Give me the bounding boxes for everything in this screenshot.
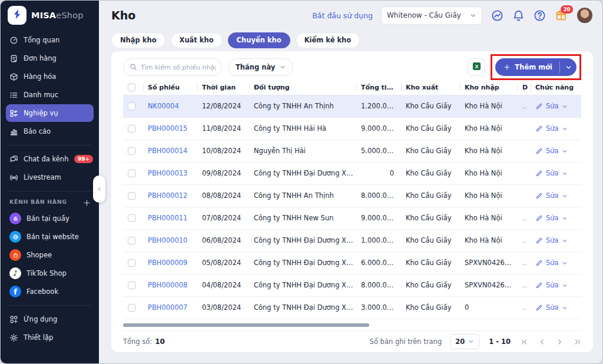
add-new-dropdown-button[interactable]	[560, 58, 577, 76]
row-more-actions-button[interactable]	[562, 305, 568, 310]
tab[interactable]: Kiểm kê kho	[296, 32, 360, 48]
row-more-actions-button[interactable]	[562, 170, 568, 176]
table-row[interactable]: PBH000011 07/08/2024 Công ty TNHH New Su…	[123, 207, 581, 230]
voucher-id-link[interactable]: PBH000009	[143, 259, 197, 267]
edit-link[interactable]: Sửa	[546, 236, 559, 244]
row-checkbox[interactable]	[128, 214, 135, 222]
row-checkbox[interactable]	[128, 237, 135, 244]
sidebar-item[interactable]: Danh mục	[1, 86, 99, 104]
select-all-checkbox[interactable]	[128, 84, 135, 91]
sidebar-channel-item[interactable]: Bán tại website	[1, 228, 99, 246]
sidebar-item[interactable]: Ứng dụng	[1, 310, 99, 328]
prev-page-button[interactable]	[538, 337, 546, 346]
edit-link[interactable]: Sửa	[546, 281, 559, 289]
table-row[interactable]: PBH000007 03/08/2024 Công ty TNHH Đại Dư…	[123, 297, 581, 319]
sidebar-channel-item[interactable]: Bán tại quầy	[1, 210, 99, 227]
edit-link[interactable]: Sửa	[546, 303, 559, 312]
row-checkbox[interactable]	[128, 102, 135, 110]
row-more-actions-button[interactable]	[562, 237, 568, 243]
promotions-button[interactable]: 20	[554, 8, 568, 22]
sidebar-item[interactable]: Chat đa kênh 99+	[1, 150, 99, 168]
row-more-actions-button[interactable]	[562, 215, 568, 221]
voucher-id-link[interactable]: PBH000011	[143, 214, 197, 222]
brand-logo[interactable]: MISAeShop	[1, 6, 99, 31]
col-description[interactable]: D	[518, 84, 531, 91]
horizontal-scrollbar[interactable]	[123, 323, 369, 327]
help-icon[interactable]	[533, 9, 546, 22]
edit-link[interactable]: Sửa	[546, 124, 559, 133]
voucher-id-link[interactable]: PBH000015	[143, 124, 197, 133]
last-page-button[interactable]	[573, 337, 581, 346]
row-checkbox[interactable]	[128, 170, 135, 177]
table-row[interactable]: PBH000012 08/08/2024 Công ty TNHH An Thị…	[123, 185, 581, 207]
col-warehouse-from[interactable]: Kho xuất	[401, 84, 460, 91]
sidebar-item[interactable]: Livestream	[1, 168, 99, 186]
voucher-id-link[interactable]: NK00004	[143, 102, 197, 110]
table-row[interactable]: PBH000008 04/08/2024 Công ty TNHH Đại Dư…	[123, 274, 581, 297]
sidebar-item[interactable]: Đơn hàng	[1, 49, 99, 67]
messenger-icon[interactable]	[491, 9, 503, 22]
sidebar-channel-item[interactable]: Shopee	[1, 246, 99, 264]
row-more-actions-button[interactable]	[562, 125, 568, 131]
edit-link[interactable]: Sửa	[546, 169, 559, 177]
row-checkbox[interactable]	[128, 259, 135, 267]
row-checkbox[interactable]	[128, 282, 135, 289]
sidebar-channel-item[interactable]: ♪ TikTok Shop	[1, 264, 99, 282]
table-row[interactable]: PBH000013 09/08/2024 Công ty TNHH Đại Dư…	[123, 163, 581, 185]
col-total[interactable]: Tổng tiền	[356, 84, 401, 91]
next-page-button[interactable]	[555, 337, 564, 346]
table-row[interactable]: NK00004 12/08/2024 Công ty TNHH An Thịnh…	[123, 95, 581, 118]
voucher-id-link[interactable]: PBH000013	[143, 169, 197, 177]
sidebar-item[interactable]: Tổng quan	[1, 31, 99, 49]
row-more-actions-button[interactable]	[562, 193, 568, 198]
edit-link[interactable]: Sửa	[546, 214, 559, 222]
export-excel-button[interactable]: X	[468, 58, 485, 76]
bell-icon[interactable]	[512, 9, 525, 22]
table-row[interactable]: PBH000015 11/08/2024 Công ty TNHH Hải Hà…	[123, 118, 581, 140]
period-filter[interactable]: Tháng này	[228, 58, 293, 76]
col-warehouse-to[interactable]: Kho nhập	[460, 84, 518, 91]
row-checkbox[interactable]	[128, 304, 135, 312]
edit-link[interactable]: Sửa	[546, 102, 559, 110]
sidebar-collapse-handle[interactable]	[93, 176, 105, 203]
col-date[interactable]: Thời gian	[197, 84, 249, 91]
per-page-select[interactable]: 20	[450, 334, 479, 349]
add-channel-button[interactable]	[83, 198, 91, 206]
search-input[interactable]	[141, 64, 216, 71]
voucher-id-link[interactable]: PBH000010	[143, 236, 197, 244]
row-more-actions-button[interactable]	[562, 103, 568, 109]
table-row[interactable]: PBH000010 06/08/2024 Công ty TNHH Đại Dư…	[123, 230, 581, 252]
col-partner[interactable]: Đối tượng	[249, 84, 356, 91]
sidebar-item[interactable]: Hàng hóa	[1, 68, 99, 85]
start-using-link[interactable]: Bắt đầu sử dụng	[312, 11, 373, 20]
row-partner: Công ty TNHH Đại Dương Xanh	[249, 236, 356, 244]
table-row[interactable]: PBH000014 10/08/2024 Nguyễn Thị Hải 5.00…	[123, 140, 581, 163]
voucher-id-link[interactable]: PBH000014	[143, 147, 197, 155]
edit-link[interactable]: Sửa	[546, 147, 559, 155]
col-voucher-id[interactable]: Số phiếu	[143, 84, 197, 91]
add-new-button[interactable]: Thêm mới	[495, 58, 559, 76]
edit-link[interactable]: Sửa	[546, 259, 559, 267]
row-checkbox[interactable]	[128, 147, 135, 155]
row-more-actions-button[interactable]	[562, 260, 568, 266]
tab[interactable]: Xuất kho	[171, 32, 223, 48]
voucher-id-link[interactable]: PBH000007	[143, 303, 197, 312]
row-more-actions-button[interactable]	[562, 148, 568, 154]
row-checkbox[interactable]	[128, 125, 135, 133]
row-more-actions-button[interactable]	[562, 282, 568, 288]
voucher-id-link[interactable]: PBH000012	[143, 191, 197, 200]
sidebar-item[interactable]: Thiết lập	[1, 329, 99, 346]
edit-link[interactable]: Sửa	[546, 191, 559, 200]
row-checkbox[interactable]	[128, 192, 135, 200]
first-page-button[interactable]	[520, 337, 528, 346]
store-select[interactable]: Whitenow - Cầu Giấy	[381, 6, 482, 25]
user-avatar[interactable]	[577, 7, 593, 24]
sidebar-channel-item[interactable]: f Facebook	[1, 283, 99, 300]
tab[interactable]: Chuyển kho	[228, 32, 290, 48]
sidebar-item-label: Hàng hóa	[24, 72, 56, 81]
sidebar-item[interactable]: Nghiệp vụ	[6, 104, 94, 122]
table-row[interactable]: PBH000009 05/08/2024 Công ty TNHH Đại Dư…	[123, 252, 581, 274]
sidebar-item[interactable]: Báo cáo	[1, 123, 99, 140]
voucher-id-link[interactable]: PBH000008	[143, 281, 197, 289]
tab[interactable]: Nhập kho	[111, 32, 165, 48]
